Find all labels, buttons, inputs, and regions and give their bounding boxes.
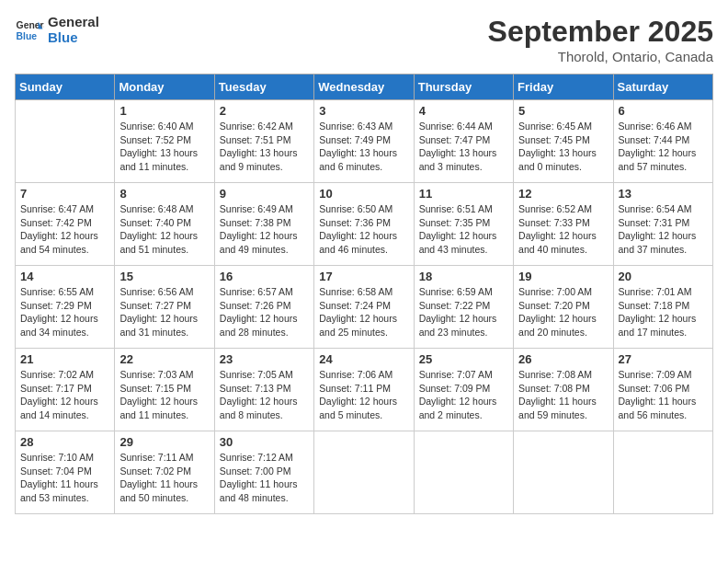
day-of-week-header: Thursday: [414, 75, 513, 100]
calendar-cell: 10Sunrise: 6:50 AM Sunset: 7:36 PM Dayli…: [314, 183, 414, 266]
logo: General Blue General Blue: [15, 15, 99, 45]
day-info: Sunrise: 6:44 AM Sunset: 7:47 PM Dayligh…: [419, 120, 508, 174]
location-title: Thorold, Ontario, Canada: [488, 49, 713, 64]
svg-text:Blue: Blue: [17, 30, 38, 40]
day-info: Sunrise: 7:06 AM Sunset: 7:11 PM Dayligh…: [319, 368, 408, 422]
day-info: Sunrise: 7:11 AM Sunset: 7:02 PM Dayligh…: [119, 451, 209, 505]
day-info: Sunrise: 6:57 AM Sunset: 7:26 PM Dayligh…: [220, 285, 309, 339]
calendar-cell: 28Sunrise: 7:10 AM Sunset: 7:04 PM Dayli…: [16, 431, 115, 514]
calendar-cell: 11Sunrise: 6:51 AM Sunset: 7:35 PM Dayli…: [414, 183, 513, 266]
calendar-cell: 18Sunrise: 6:59 AM Sunset: 7:22 PM Dayli…: [414, 266, 513, 349]
calendar-cell: 9Sunrise: 6:49 AM Sunset: 7:38 PM Daylig…: [214, 183, 313, 266]
day-info: Sunrise: 6:45 AM Sunset: 7:45 PM Dayligh…: [518, 120, 608, 174]
calendar-cell: 4Sunrise: 6:44 AM Sunset: 7:47 PM Daylig…: [414, 100, 513, 183]
day-info: Sunrise: 6:42 AM Sunset: 7:51 PM Dayligh…: [220, 120, 309, 174]
day-of-week-header: Wednesday: [314, 75, 414, 100]
day-number: 14: [20, 270, 109, 283]
day-number: 23: [220, 352, 309, 366]
day-number: 26: [518, 352, 608, 366]
day-number: 22: [119, 352, 209, 366]
day-info: Sunrise: 6:54 AM Sunset: 7:31 PM Dayligh…: [619, 202, 708, 257]
calendar-header-row: SundayMondayTuesdayWednesdayThursdayFrid…: [16, 75, 713, 100]
calendar-cell: [314, 431, 414, 514]
day-info: Sunrise: 7:09 AM Sunset: 7:06 PM Dayligh…: [619, 368, 708, 422]
logo-general: General: [48, 15, 99, 30]
calendar-cell: 8Sunrise: 6:48 AM Sunset: 7:40 PM Daylig…: [115, 183, 214, 266]
day-info: Sunrise: 6:50 AM Sunset: 7:36 PM Dayligh…: [319, 202, 408, 257]
calendar-cell: 20Sunrise: 7:01 AM Sunset: 7:18 PM Dayli…: [613, 266, 712, 349]
day-info: Sunrise: 6:52 AM Sunset: 7:33 PM Dayligh…: [518, 202, 608, 257]
day-number: 10: [319, 187, 408, 201]
calendar-cell: 24Sunrise: 7:06 AM Sunset: 7:11 PM Dayli…: [314, 349, 414, 431]
calendar-week-row: 7Sunrise: 6:47 AM Sunset: 7:42 PM Daylig…: [16, 183, 713, 266]
day-info: Sunrise: 7:02 AM Sunset: 7:17 PM Dayligh…: [20, 368, 109, 422]
day-number: 16: [220, 270, 309, 283]
day-info: Sunrise: 7:07 AM Sunset: 7:09 PM Dayligh…: [419, 368, 508, 422]
calendar-cell: 30Sunrise: 7:12 AM Sunset: 7:00 PM Dayli…: [214, 431, 313, 514]
day-number: 13: [619, 187, 708, 201]
day-info: Sunrise: 7:01 AM Sunset: 7:18 PM Dayligh…: [619, 285, 708, 339]
day-info: Sunrise: 6:48 AM Sunset: 7:40 PM Dayligh…: [119, 202, 209, 257]
day-info: Sunrise: 6:59 AM Sunset: 7:22 PM Dayligh…: [419, 285, 508, 339]
day-of-week-header: Saturday: [613, 75, 712, 100]
day-number: 3: [319, 104, 408, 118]
day-number: 21: [20, 352, 109, 366]
calendar-cell: [514, 431, 613, 514]
day-of-week-header: Sunday: [16, 75, 115, 100]
calendar-table: SundayMondayTuesdayWednesdayThursdayFrid…: [15, 74, 713, 514]
calendar-week-row: 14Sunrise: 6:55 AM Sunset: 7:29 PM Dayli…: [16, 266, 713, 349]
calendar-cell: 1Sunrise: 6:40 AM Sunset: 7:52 PM Daylig…: [115, 100, 214, 183]
calendar-week-row: 21Sunrise: 7:02 AM Sunset: 7:17 PM Dayli…: [16, 349, 713, 431]
day-number: 7: [20, 187, 109, 201]
day-number: 19: [518, 270, 608, 283]
day-info: Sunrise: 7:00 AM Sunset: 7:20 PM Dayligh…: [518, 285, 608, 339]
calendar-cell: 16Sunrise: 6:57 AM Sunset: 7:26 PM Dayli…: [214, 266, 313, 349]
calendar-cell: 12Sunrise: 6:52 AM Sunset: 7:33 PM Dayli…: [514, 183, 613, 266]
calendar-cell: 14Sunrise: 6:55 AM Sunset: 7:29 PM Dayli…: [16, 266, 115, 349]
day-info: Sunrise: 6:55 AM Sunset: 7:29 PM Dayligh…: [20, 285, 109, 339]
day-number: 2: [220, 104, 309, 118]
calendar-cell: 19Sunrise: 7:00 AM Sunset: 7:20 PM Dayli…: [514, 266, 613, 349]
day-number: 1: [119, 104, 209, 118]
day-of-week-header: Friday: [514, 75, 613, 100]
calendar-cell: 29Sunrise: 7:11 AM Sunset: 7:02 PM Dayli…: [115, 431, 214, 514]
day-number: 4: [419, 104, 508, 118]
calendar-cell: 26Sunrise: 7:08 AM Sunset: 7:08 PM Dayli…: [514, 349, 613, 431]
day-info: Sunrise: 7:12 AM Sunset: 7:00 PM Dayligh…: [220, 451, 309, 505]
day-info: Sunrise: 6:46 AM Sunset: 7:44 PM Dayligh…: [619, 120, 708, 174]
day-number: 30: [220, 435, 309, 449]
day-number: 6: [619, 104, 708, 118]
day-info: Sunrise: 6:58 AM Sunset: 7:24 PM Dayligh…: [319, 285, 408, 339]
calendar-cell: 27Sunrise: 7:09 AM Sunset: 7:06 PM Dayli…: [613, 349, 712, 431]
calendar-cell: [16, 100, 115, 183]
day-info: Sunrise: 6:49 AM Sunset: 7:38 PM Dayligh…: [220, 202, 309, 257]
calendar-cell: 25Sunrise: 7:07 AM Sunset: 7:09 PM Dayli…: [414, 349, 513, 431]
calendar-cell: 7Sunrise: 6:47 AM Sunset: 7:42 PM Daylig…: [16, 183, 115, 266]
page-header: General Blue General Blue September 2025…: [15, 15, 713, 64]
day-info: Sunrise: 7:10 AM Sunset: 7:04 PM Dayligh…: [20, 451, 109, 505]
day-number: 11: [419, 187, 508, 201]
day-number: 20: [619, 270, 708, 283]
day-info: Sunrise: 6:56 AM Sunset: 7:27 PM Dayligh…: [119, 285, 209, 339]
day-number: 9: [220, 187, 309, 201]
calendar-cell: 22Sunrise: 7:03 AM Sunset: 7:15 PM Dayli…: [115, 349, 214, 431]
month-title: September 2025: [488, 15, 713, 49]
calendar-week-row: 28Sunrise: 7:10 AM Sunset: 7:04 PM Dayli…: [16, 431, 713, 514]
calendar-cell: 23Sunrise: 7:05 AM Sunset: 7:13 PM Dayli…: [214, 349, 313, 431]
calendar-cell: 15Sunrise: 6:56 AM Sunset: 7:27 PM Dayli…: [115, 266, 214, 349]
day-info: Sunrise: 6:51 AM Sunset: 7:35 PM Dayligh…: [419, 202, 508, 257]
day-info: Sunrise: 6:40 AM Sunset: 7:52 PM Dayligh…: [119, 120, 209, 174]
day-info: Sunrise: 7:08 AM Sunset: 7:08 PM Dayligh…: [518, 368, 608, 422]
calendar-cell: [414, 431, 513, 514]
day-number: 12: [518, 187, 608, 201]
day-number: 18: [419, 270, 508, 283]
title-block: September 2025 Thorold, Ontario, Canada: [488, 15, 713, 64]
day-of-week-header: Tuesday: [214, 75, 313, 100]
logo-icon: General Blue: [15, 16, 44, 45]
calendar-cell: [613, 431, 712, 514]
day-of-week-header: Monday: [115, 75, 214, 100]
calendar-cell: 17Sunrise: 6:58 AM Sunset: 7:24 PM Dayli…: [314, 266, 414, 349]
logo-blue: Blue: [48, 30, 99, 46]
day-number: 25: [419, 352, 508, 366]
calendar-cell: 2Sunrise: 6:42 AM Sunset: 7:51 PM Daylig…: [214, 100, 313, 183]
